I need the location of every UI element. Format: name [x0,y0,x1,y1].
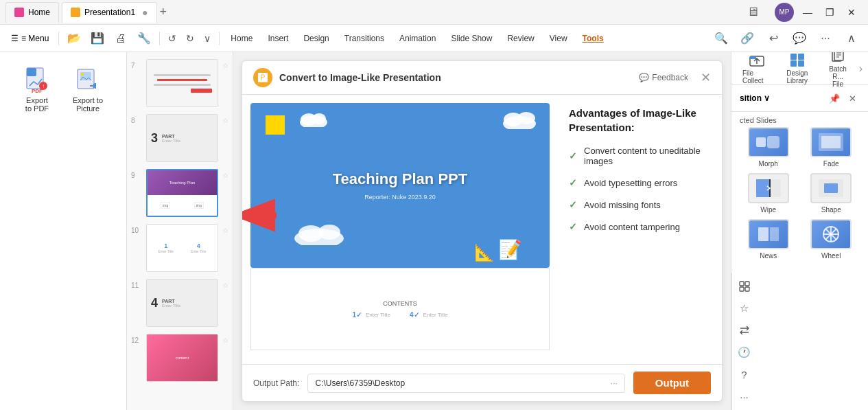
slide-preview-main: 📝 📐 Teaching Plan PPT Reporter: Nuke 202… [250,103,550,268]
svg-rect-22 [790,60,797,67]
sidebar-icon-more[interactable]: ··· [735,387,754,406]
export-picture-button[interactable]: Export toPicture [64,60,111,118]
menu-design[interactable]: Design [296,31,336,46]
export-pdf-label: Exportto PDF [25,96,49,113]
more-button[interactable]: ··· [814,29,836,48]
menu-tools[interactable]: Tools [576,31,611,46]
slide-item-12[interactable]: 12 content ☆ [130,332,230,383]
undo-button[interactable]: ↺ [164,32,180,45]
sidebar-icon-swap[interactable] [735,321,754,340]
book-decoration: 📐 [474,243,495,262]
transition-shape[interactable]: Shape [803,173,860,214]
slide-item-9[interactable]: 9 Teaching Plan img img ☆ [130,168,230,218]
slide-thumb-11[interactable]: 4 PART Enter Title [146,279,218,327]
svg-rect-32 [821,136,841,148]
slide-thumb-9[interactable]: Teaching Plan img img [146,169,218,217]
svg-rect-46 [745,282,749,286]
tab-presentation[interactable]: Presentation1 ● [62,2,157,23]
hamburger-menu[interactable]: ☰ ≡ Menu [5,31,54,46]
slide-thumb-12[interactable]: content [146,334,218,382]
divider-3 [219,32,220,45]
sidebar-icon-clock[interactable]: 🕐 [735,343,754,362]
menu-insert[interactable]: Insert [261,31,295,46]
info-section: Advantages of Image-Like Presentation: ✓… [558,95,722,364]
sidebar-icon-help[interactable]: ? [735,365,754,384]
output-bar: Output Path: C:\Users\67359\Desktop ··· … [242,364,722,401]
transition-settings: s: ▲ ▼ [731,268,868,273]
settings-button[interactable]: 🔧 [133,29,155,48]
menu-animation[interactable]: Animation [392,31,443,46]
menu-transitions[interactable]: Transitions [338,31,391,46]
slide-panel[interactable]: 7 ☆ 8 3 PART Enter Title [127,52,233,410]
share-button[interactable]: 🔗 [736,29,758,48]
menu-view[interactable]: View [543,31,574,46]
wheel-label: Wheel [821,252,841,260]
sidebar-icon-star[interactable]: ☆ [735,299,754,318]
transition-fade[interactable]: Fade [803,127,860,168]
feedback-button[interactable]: 💬 Feedback [639,73,688,82]
export-pdf-icon: PDF ↑ [23,66,51,93]
new-tab-button[interactable]: + [160,5,167,19]
close-button[interactable]: ✕ [841,3,863,22]
transition-news[interactable]: News [740,219,797,260]
check-icon-3: ✓ [569,199,577,210]
output-button[interactable]: Output [633,372,711,394]
sidebar-icon-grid[interactable] [735,277,754,296]
tab-home[interactable]: Home [5,2,59,23]
advantage-item-4: ✓ Avoid content tampering [569,221,711,232]
transition-morph[interactable]: Morph [740,127,797,168]
close-panel-button[interactable]: ✕ [845,91,860,106]
open-button[interactable]: 📂 [63,29,85,48]
right-panel: File Collect DesignLibrary [731,52,868,410]
feedback-label: Feedback [652,73,688,82]
pin-button[interactable]: 📌 [827,91,842,106]
slide-title: Teaching Plan PPT [250,170,550,188]
slide-item-11[interactable]: 11 4 PART Enter Title ☆ [130,277,230,328]
export-pdf-button[interactable]: PDF ↑ Exportto PDF [15,60,59,118]
redo-button[interactable]: ↻ [182,32,198,45]
slide-thumb-10[interactable]: 1Enter Title 4Enter Title [146,224,218,272]
wps-favicon [14,8,24,17]
collapse-button[interactable]: ∧ [841,29,863,48]
menubar: ☰ ≡ Menu 📂 💾 🖨 🔧 ↺ ↻ ∨ Home Insert Desig… [0,25,868,52]
tab-close-button[interactable]: ● [142,7,148,18]
advantages-title: Advantages of Image-Like Presentation: [569,106,711,135]
svg-point-7 [81,73,84,76]
undo-dropdown[interactable]: ∨ [200,32,215,45]
output-path-value: C:\Users\67359\Desktop [315,378,405,388]
menu-review[interactable]: Review [500,31,541,46]
svg-rect-1 [27,68,36,76]
design-library-button[interactable]: DesignLibrary [777,52,817,87]
svg-rect-21 [798,54,804,60]
advantage-item-2: ✓ Avoid typesetting errors [569,177,711,188]
undo-redo: ↺ ↻ ∨ [164,32,215,45]
expand-panel-button[interactable]: › [859,62,863,75]
slide-item-7[interactable]: 7 ☆ [130,58,230,109]
slide-num-7: 7 [131,62,142,69]
maximize-button[interactable]: ❐ [819,3,841,22]
transition-wheel[interactable]: Wheel [803,219,860,260]
print-button[interactable]: 🖨 [110,29,132,48]
transition-header: sition ∨ 📌 ✕ [731,85,868,112]
menu-slideshow[interactable]: Slide Show [444,31,499,46]
transition-wipe[interactable]: Wipe [740,173,797,214]
slide-item-10[interactable]: 10 1Enter Title 4Enter Title ☆ [130,223,230,273]
dialog-header: 🅿 Convert to Image-Like Presentation 💬 F… [242,61,722,95]
left-toolbar: PDF ↑ Exportto PDF [0,52,127,410]
svg-rect-34 [756,179,770,197]
comment-button[interactable]: 💬 [788,29,810,48]
slide-item-8[interactable]: 8 3 PART Enter Title ☆ [130,113,230,163]
search-button[interactable]: 🔍 [710,29,732,48]
output-path-display[interactable]: C:\Users\67359\Desktop ··· [307,374,624,393]
minimize-button[interactable]: — [797,3,819,22]
export-share-button[interactable]: ↩ [762,29,784,48]
slide-thumb-8[interactable]: 3 PART Enter Title [146,114,218,162]
save-button[interactable]: 💾 [86,29,108,48]
menu-home[interactable]: Home [224,31,259,46]
check-icon-1: ✓ [569,150,577,161]
divider-1 [58,32,59,45]
dialog-close-button[interactable]: ✕ [701,70,711,85]
file-collect-button[interactable]: File Collect [737,52,776,87]
right-menu: 🔍 🔗 ↩ 💬 ··· ∧ [710,29,863,48]
slide-thumb-7[interactable] [146,59,218,107]
